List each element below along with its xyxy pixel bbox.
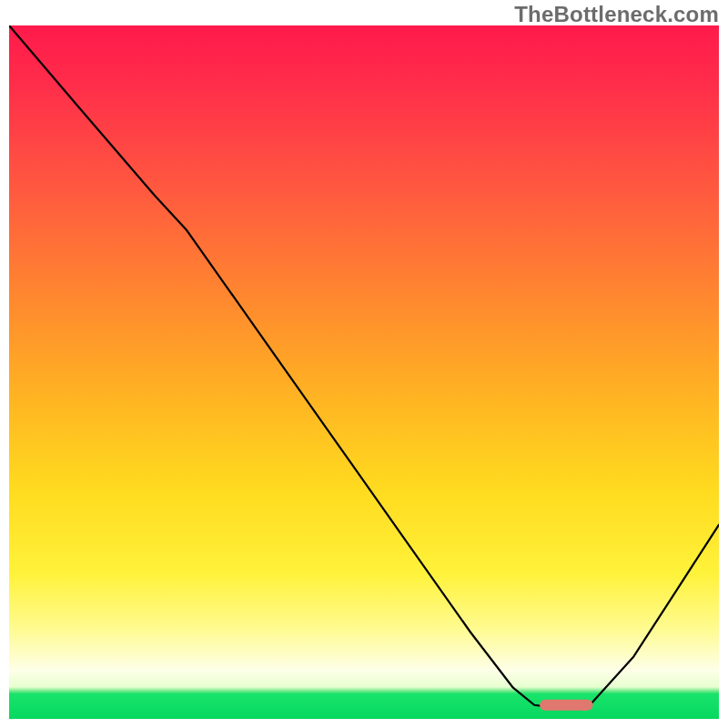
- watermark-text: TheBottleneck.com: [514, 2, 719, 27]
- bottleneck-curve: [9, 25, 719, 708]
- optimal-marker: [540, 700, 593, 711]
- plot-area: [9, 25, 719, 719]
- chart-svg: [9, 25, 719, 719]
- bottleneck-chart: TheBottleneck.com: [0, 0, 728, 728]
